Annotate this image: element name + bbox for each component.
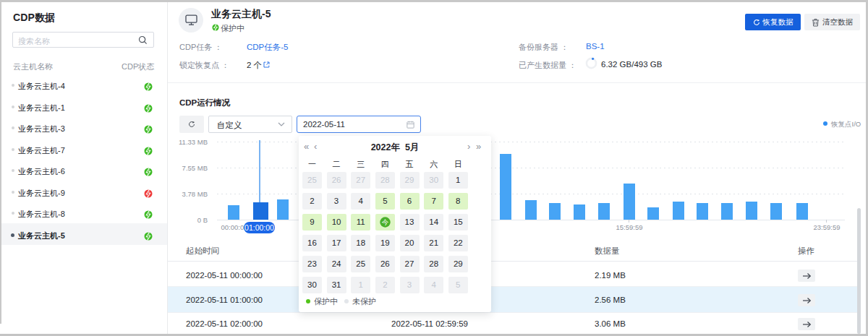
svg-text:今: 今 — [382, 218, 389, 226]
